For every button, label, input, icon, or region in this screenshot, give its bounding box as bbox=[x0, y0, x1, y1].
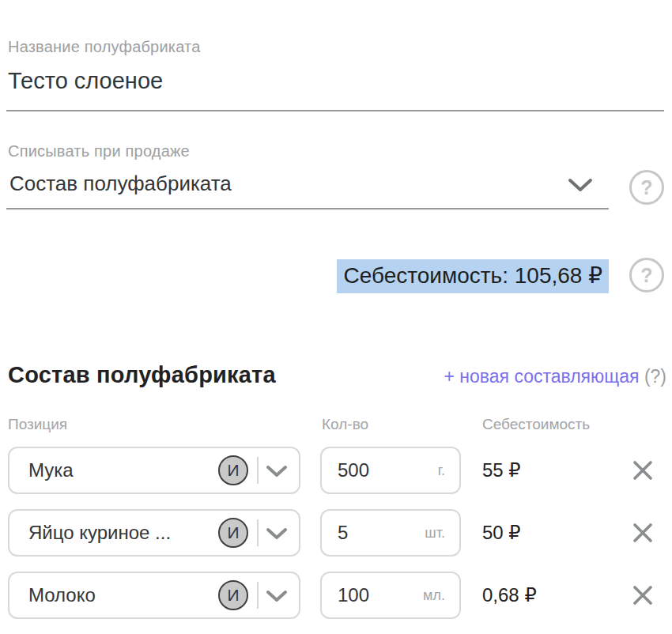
divider bbox=[257, 582, 259, 609]
close-icon[interactable] bbox=[632, 584, 654, 606]
chevron-down-icon[interactable] bbox=[266, 526, 288, 541]
quantity-field[interactable]: мл. bbox=[320, 572, 461, 619]
help-icon[interactable]: ? bbox=[629, 170, 664, 205]
close-icon[interactable] bbox=[632, 522, 654, 544]
quantity-unit: шт. bbox=[425, 525, 445, 542]
ingredient-badge: И bbox=[218, 518, 248, 548]
column-header-cost: Себестоимость bbox=[482, 416, 590, 433]
help-glyph: ? bbox=[640, 176, 652, 199]
component-row: Молоко И мл. 0,68 ₽ bbox=[0, 572, 672, 619]
component-row: Мука И г. 55 ₽ bbox=[0, 447, 672, 494]
name-field-label: Название полуфабриката bbox=[8, 38, 201, 56]
position-name: Яйцо куриное ... bbox=[28, 522, 218, 544]
semifinished-product-form: Название полуфабриката Списывать при про… bbox=[0, 0, 672, 634]
name-field-underline bbox=[6, 110, 664, 111]
help-glyph: ? bbox=[640, 264, 652, 287]
position-select[interactable]: Яйцо куриное ... И bbox=[8, 509, 300, 557]
composition-heading: Состав полуфабриката bbox=[8, 362, 276, 388]
position-select[interactable]: Мука И bbox=[8, 447, 300, 494]
chevron-down-icon[interactable] bbox=[567, 177, 594, 193]
ingredient-badge: И bbox=[218, 580, 248, 610]
ingredient-badge: И bbox=[218, 455, 248, 485]
close-icon[interactable] bbox=[632, 459, 654, 481]
quantity-field[interactable]: шт. bbox=[320, 509, 461, 557]
column-header-quantity: Кол-во bbox=[322, 416, 368, 433]
divider bbox=[257, 519, 259, 546]
chevron-down-icon[interactable] bbox=[266, 588, 288, 603]
position-select[interactable]: Молоко И bbox=[8, 572, 300, 619]
row-cost: 50 ₽ bbox=[482, 509, 521, 557]
help-icon[interactable]: ? bbox=[629, 258, 664, 292]
add-component-wrap: + новая составляющая (?) bbox=[444, 366, 666, 387]
row-cost: 0,68 ₽ bbox=[482, 572, 537, 619]
writeoff-field-underline bbox=[6, 208, 609, 209]
quantity-unit: г. bbox=[438, 462, 445, 479]
position-name: Мука bbox=[28, 459, 218, 481]
cost-total-text: Себестоимость: 105,68 ₽ bbox=[337, 259, 609, 293]
add-component-help[interactable]: (?) bbox=[644, 366, 666, 387]
row-cost: 55 ₽ bbox=[482, 447, 521, 494]
quantity-unit: мл. bbox=[423, 587, 445, 604]
quantity-input[interactable] bbox=[338, 584, 409, 606]
name-input[interactable] bbox=[8, 68, 656, 94]
component-row: Яйцо куриное ... И шт. 50 ₽ bbox=[0, 509, 672, 557]
divider bbox=[257, 457, 259, 484]
add-component-link[interactable]: + новая составляющая bbox=[444, 366, 639, 387]
quantity-input[interactable] bbox=[338, 522, 409, 544]
quantity-input[interactable] bbox=[338, 459, 409, 481]
writeoff-field-label: Списывать при продаже bbox=[8, 142, 190, 160]
position-name: Молоко bbox=[28, 584, 218, 606]
chevron-down-icon[interactable] bbox=[266, 463, 288, 478]
column-header-position: Позиция bbox=[8, 416, 67, 433]
writeoff-select[interactable]: Состав полуфабриката bbox=[9, 172, 232, 196]
quantity-field[interactable]: г. bbox=[320, 447, 461, 494]
